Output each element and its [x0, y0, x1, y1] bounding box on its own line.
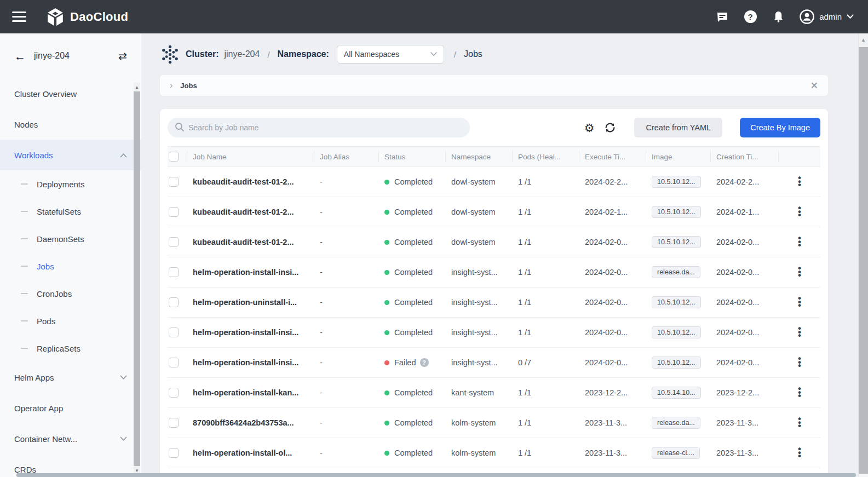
col-execute-time[interactable]: Execute Ti...: [579, 151, 646, 163]
col-job-name[interactable]: Job Name: [187, 151, 314, 163]
image-chip[interactable]: release-ci....: [652, 447, 700, 459]
image-chip[interactable]: 10.5.10.12...: [652, 296, 701, 308]
kebab-menu-icon[interactable]: •••: [784, 327, 815, 337]
refresh-icon[interactable]: [604, 122, 616, 134]
sidebar-scrollbar[interactable]: ▲ ▼: [134, 83, 140, 475]
sidebar-item-statefulsets[interactable]: StatefulSets: [0, 198, 141, 225]
kebab-menu-icon[interactable]: •••: [784, 357, 815, 367]
row-checkbox[interactable]: [169, 237, 179, 247]
scroll-up-arrow-icon[interactable]: ▲: [134, 83, 140, 91]
messages-icon[interactable]: [716, 10, 729, 24]
kebab-menu-icon[interactable]: •••: [784, 297, 815, 307]
table-row[interactable]: helm-operation-install-insi... - Complet…: [168, 257, 820, 288]
col-namespace[interactable]: Namespace: [446, 151, 513, 163]
user-menu[interactable]: admin: [800, 9, 854, 24]
col-status[interactable]: Status: [379, 151, 446, 163]
sidebar-item-operator-app[interactable]: Operator App: [0, 393, 141, 423]
sidebar-item-jobs[interactable]: Jobs: [0, 252, 141, 280]
select-all-checkbox[interactable]: [169, 152, 179, 162]
status-help-icon[interactable]: ?: [420, 358, 429, 367]
horizontal-scrollbar-thumb[interactable]: [16, 473, 856, 477]
tab-chevron-icon[interactable]: ›: [170, 81, 173, 90]
row-checkbox[interactable]: [169, 297, 179, 307]
table-row[interactable]: helm-operation-install-kan... - Complete…: [168, 378, 820, 408]
create-from-yaml-button[interactable]: Create from YAML: [634, 118, 722, 137]
kebab-menu-icon[interactable]: •••: [784, 176, 815, 187]
row-checkbox[interactable]: [169, 207, 179, 217]
notifications-bell-icon[interactable]: [772, 10, 785, 24]
row-checkbox[interactable]: [169, 267, 179, 277]
row-checkbox[interactable]: [169, 388, 179, 398]
table-row[interactable]: 87090bff36424a2b43753a... - Completed ko…: [168, 408, 820, 438]
row-checkbox[interactable]: [169, 448, 179, 458]
switch-cluster-icon[interactable]: ⇄: [118, 50, 127, 62]
create-by-image-button[interactable]: Create By Image: [740, 118, 820, 137]
table-row[interactable]: helm-operation-install-ol... - Completed…: [168, 438, 820, 468]
image-chip[interactable]: 10.5.14.10...: [652, 387, 701, 399]
image-chip[interactable]: 10.5.10.12...: [652, 236, 701, 248]
job-name-link[interactable]: helm-operation-install-ol...: [187, 449, 314, 457]
help-icon[interactable]: ?: [744, 10, 757, 24]
kebab-menu-icon[interactable]: •••: [784, 417, 815, 428]
sidebar-item-replicasets[interactable]: ReplicaSets: [0, 335, 141, 362]
cluster-value[interactable]: jinye-204: [224, 49, 260, 59]
table-row[interactable]: kubeaudit-audit-test-01-2... - Completed…: [168, 167, 820, 197]
row-checkbox[interactable]: [169, 418, 179, 428]
namespace-select[interactable]: All Namespaces: [337, 45, 444, 64]
row-checkbox[interactable]: [169, 327, 179, 337]
sidebar-item-container-netw[interactable]: Container Netw...: [0, 423, 141, 454]
row-checkbox[interactable]: [169, 358, 179, 367]
table-row[interactable]: kubeaudit-audit-test-01-2... - Completed…: [168, 197, 820, 227]
jobs-tab-bar[interactable]: › Jobs ✕: [160, 75, 828, 96]
table-row[interactable]: helm-operation-uninstall-i... - Complete…: [168, 288, 820, 318]
image-chip[interactable]: release.da...: [652, 417, 700, 429]
kebab-menu-icon[interactable]: •••: [784, 387, 815, 398]
page-scrollbar-thumb[interactable]: [859, 47, 868, 474]
kebab-menu-icon[interactable]: •••: [784, 267, 815, 277]
settings-gear-icon[interactable]: ⚙: [584, 122, 595, 134]
brand-logo[interactable]: DaoCloud: [46, 8, 128, 26]
col-job-alias[interactable]: Job Alias: [314, 151, 379, 163]
col-image[interactable]: Image: [646, 151, 711, 163]
job-name-link[interactable]: helm-operation-install-insi...: [187, 328, 314, 337]
page-scrollbar[interactable]: ▲: [858, 33, 868, 477]
table-row[interactable]: helm-operation-install-insi... - Failed …: [168, 348, 820, 378]
kebab-menu-icon[interactable]: •••: [784, 447, 815, 458]
sidebar-item-pods[interactable]: Pods: [0, 307, 141, 335]
scroll-up-arrow-icon[interactable]: ▲: [859, 33, 868, 47]
sidebar-item-cronjobs[interactable]: CronJobs: [0, 280, 141, 307]
job-name-link[interactable]: kubeaudit-audit-test-01-2...: [187, 177, 314, 186]
sidebar-item-cluster-overview[interactable]: Cluster Overview: [0, 78, 141, 109]
job-name-link[interactable]: 87090bff36424a2b43753a...: [187, 418, 314, 427]
hamburger-menu-icon[interactable]: [12, 9, 26, 25]
search-box[interactable]: [168, 118, 470, 137]
image-chip[interactable]: 10.5.10.12...: [652, 357, 701, 369]
job-name-link[interactable]: kubeaudit-audit-test-01-2...: [187, 238, 314, 246]
job-name-link[interactable]: helm-operation-install-insi...: [187, 268, 314, 277]
sidebar-item-deployments[interactable]: Deployments: [0, 170, 141, 198]
sidebar-item-daemonsets[interactable]: DaemonSets: [0, 225, 141, 252]
col-pods[interactable]: Pods (Heal...: [513, 151, 579, 163]
job-name-link[interactable]: kubeaudit-audit-test-01-2...: [187, 208, 314, 216]
tab-close-icon[interactable]: ✕: [810, 81, 818, 90]
kebab-menu-icon[interactable]: •••: [784, 237, 815, 247]
job-name-link[interactable]: helm-operation-install-kan...: [187, 388, 314, 397]
image-chip[interactable]: 10.5.10.12...: [652, 326, 701, 338]
tab-label[interactable]: Jobs: [180, 82, 197, 90]
image-chip[interactable]: 10.5.10.12...: [652, 176, 701, 188]
table-row[interactable]: kubeaudit-audit-test-01-2... - Completed…: [168, 227, 820, 257]
image-chip[interactable]: 10.5.10.12...: [652, 206, 701, 218]
search-input[interactable]: [168, 118, 470, 137]
sidebar-item-helm-apps[interactable]: Helm Apps: [0, 362, 141, 393]
table-row[interactable]: helm-operation-install-insi... - Complet…: [168, 318, 820, 348]
row-checkbox[interactable]: [169, 177, 179, 187]
job-name-link[interactable]: helm-operation-uninstall-i...: [187, 298, 314, 307]
sidebar-item-nodes[interactable]: Nodes: [0, 109, 141, 140]
sidebar-scrollbar-thumb[interactable]: [134, 91, 140, 466]
kebab-menu-icon[interactable]: •••: [784, 206, 815, 217]
sidebar-item-workloads[interactable]: Workloads: [0, 140, 141, 170]
job-name-link[interactable]: helm-operation-install-insi...: [187, 358, 314, 367]
col-creation-time[interactable]: Creation Ti...: [711, 151, 779, 163]
back-arrow-icon[interactable]: ←: [14, 50, 26, 62]
image-chip[interactable]: release.da...: [652, 266, 700, 278]
